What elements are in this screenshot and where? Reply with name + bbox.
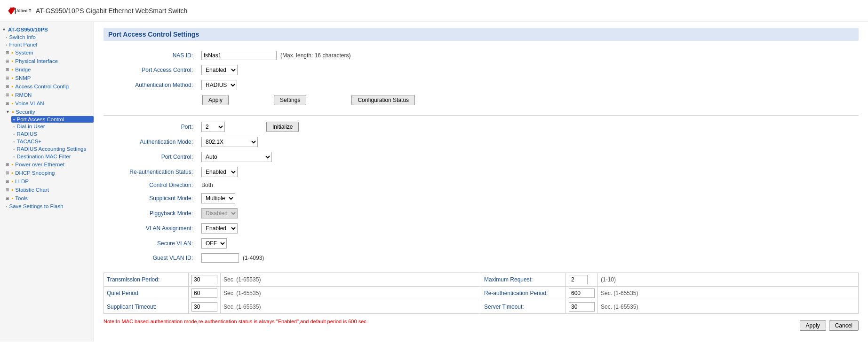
port-control-select[interactable]: Auto Force-Authorized Force-Unauthorized	[201, 152, 272, 162]
transmission-period-hint: Sec. (1-65535)	[221, 273, 481, 287]
sidebar-item-bridge[interactable]: ⊞ ▪ Bridge	[4, 65, 94, 74]
initialize-button[interactable]: Initialize	[266, 122, 299, 132]
page-icon: ▪	[6, 35, 8, 40]
expand-icon: ⊞	[6, 76, 9, 80]
nas-id-control: (Max. length: 16 characters)	[201, 51, 350, 60]
sidebar-item-port-access-control[interactable]: ▪ Port Access Control	[11, 116, 94, 123]
supplicant-timeout-input[interactable]	[191, 302, 217, 312]
supplicant-mode-select[interactable]: Multiple Single	[201, 193, 235, 203]
folder-icon: ▪	[11, 170, 13, 176]
physical-interface-link[interactable]: Physical Interface	[15, 58, 58, 64]
expand-icon: ⊞	[6, 59, 9, 63]
bottom-cancel-button[interactable]: Cancel	[829, 320, 859, 331]
quiet-period-input-cell	[189, 287, 221, 300]
sidebar-item-root[interactable]: ▼ AT-GS950/10PS	[0, 26, 94, 33]
sidebar-item-front-panel[interactable]: ▪ Front Panel	[4, 41, 94, 48]
top-apply-button[interactable]: Apply	[202, 95, 229, 105]
sidebar-item-voice-vlan[interactable]: ⊞ ▪ Voice VLAN	[4, 99, 94, 108]
max-request-input[interactable]	[569, 275, 588, 284]
bottom-action-bar: Apply Cancel	[800, 317, 859, 335]
statistic-chart-link[interactable]: Statistic Chart	[15, 187, 49, 193]
voice-vlan-link[interactable]: Voice VLAN	[15, 101, 44, 106]
dest-mac-filter-link[interactable]: Destination MAC Filter	[17, 154, 71, 159]
sidebar-item-security[interactable]: ▼ ▪ Security	[4, 108, 94, 116]
supplicant-timeout-hint: Sec. (1-65535)	[221, 300, 481, 314]
page-icon: ▪	[6, 204, 8, 209]
sidebar-item-dhcp-snooping[interactable]: ⊞ ▪ DHCP Snooping	[4, 169, 94, 177]
reauth-status-select[interactable]: Enabled Disabled	[201, 167, 238, 177]
sidebar-item-radius[interactable]: ▪ RADIUS	[11, 130, 94, 138]
snmp-link[interactable]: SNMP	[15, 75, 31, 81]
header: Allied Telesis AT-GS950/10PS Gigabit Eth…	[0, 0, 868, 22]
sidebar-item-save-settings[interactable]: ▪ Save Settings to Flash	[4, 203, 94, 210]
sidebar-item-switch-info[interactable]: ▪ Switch Info	[4, 33, 94, 41]
lldp-link[interactable]: LLDP	[15, 179, 29, 184]
access-control-config-link[interactable]: Access Control Config	[15, 84, 69, 89]
vlan-assignment-control: Enabled Disabled	[201, 223, 238, 234]
sidebar-item-tacacs[interactable]: ▪ TACACS+	[11, 138, 94, 145]
auth-method-select[interactable]: RADIUS Local	[201, 80, 237, 90]
config-status-button[interactable]: Configuration Status	[351, 95, 415, 105]
tacacs-link[interactable]: TACACS+	[17, 139, 42, 144]
sidebar-item-access-control-config[interactable]: ⊞ ▪ Access Control Config	[4, 82, 94, 91]
sidebar-item-rmon[interactable]: ⊞ ▪ RMON	[4, 91, 94, 99]
secure-vlan-select[interactable]: OFF ON	[201, 238, 227, 249]
folder-icon: ▪	[11, 195, 13, 202]
top-section: NAS ID: (Max. length: 16 characters) Por…	[104, 48, 859, 108]
front-panel-link[interactable]: Front Panel	[9, 42, 37, 47]
sidebar-item-dest-mac-filter[interactable]: ▪ Destination MAC Filter	[11, 153, 94, 160]
bridge-link[interactable]: Bridge	[15, 67, 31, 72]
port-access-control-select[interactable]: Enabled Disabled	[201, 65, 238, 75]
svg-text:Allied Telesis: Allied Telesis	[16, 8, 31, 13]
page-title: Port Access Control Settings	[108, 31, 854, 38]
server-timeout-input[interactable]	[569, 302, 595, 312]
rmon-link[interactable]: RMON	[15, 92, 32, 98]
sidebar-item-system[interactable]: ⊞ ▪ System	[4, 48, 94, 57]
piggyback-mode-control: Disabled Enabled	[201, 208, 238, 218]
radius-accounting-link[interactable]: RADIUS Accounting Settings	[17, 146, 87, 152]
auth-mode-select[interactable]: 802.1X MAC-based 802.1X or MAC-based 802…	[201, 137, 258, 147]
auth-method-label: Authentication Method:	[104, 82, 198, 88]
sidebar-item-physical-interface[interactable]: ⊞ ▪ Physical Interface	[4, 57, 94, 65]
section-divider	[104, 115, 859, 116]
vlan-assignment-select[interactable]: Enabled Disabled	[201, 223, 238, 234]
settings-button[interactable]: Settings	[274, 95, 306, 105]
quiet-period-input[interactable]	[191, 288, 217, 298]
sidebar-item-dial-in-user[interactable]: ▪ Dial-in User	[11, 123, 94, 130]
switch-info-link[interactable]: Switch Info	[9, 34, 36, 40]
transmission-period-input[interactable]	[191, 275, 217, 284]
supplicant-mode-control: Multiple Single	[201, 193, 235, 203]
guest-vlan-id-input[interactable]	[201, 253, 239, 263]
system-link[interactable]: System	[15, 50, 33, 55]
sidebar-group-main: ▪ Switch Info ▪ Front Panel ⊞ ▪ System ⊞…	[0, 33, 94, 210]
sidebar-item-tools[interactable]: ⊞ ▪ Tools	[4, 194, 94, 203]
dial-in-user-link[interactable]: Dial-in User	[17, 124, 45, 129]
svg-rect-2	[15, 8, 16, 14]
port-access-control-link[interactable]: Port Access Control	[17, 117, 64, 122]
dhcp-snooping-link[interactable]: DHCP Snooping	[15, 170, 55, 176]
port-select[interactable]: 2 1345678910	[201, 122, 225, 132]
expand-icon: ⊞	[6, 93, 9, 97]
save-settings-link[interactable]: Save Settings to Flash	[9, 203, 64, 209]
main-content: Port Access Control Settings NAS ID: (Ma…	[94, 22, 868, 342]
control-direction-row: Control Direction: Both	[104, 179, 859, 191]
sidebar-item-statistic-chart[interactable]: ⊞ ▪ Statistic Chart	[4, 186, 94, 194]
expand-icon: ⊞	[6, 196, 9, 201]
radius-link[interactable]: RADIUS	[17, 131, 37, 137]
poe-link[interactable]: Power over Ethernet	[15, 162, 64, 167]
sidebar-item-snmp[interactable]: ⊞ ▪ SNMP	[4, 74, 94, 82]
sidebar-item-lldp[interactable]: ⊞ ▪ LLDP	[4, 177, 94, 186]
port-control-row: Port Control: Auto Force-Authorized Forc…	[104, 149, 859, 164]
tools-link[interactable]: Tools	[15, 195, 28, 201]
sidebar-item-radius-accounting[interactable]: ▪ RADIUS Accounting Settings	[11, 145, 94, 153]
reauth-period-input[interactable]	[569, 288, 595, 298]
security-link[interactable]: Security	[16, 109, 35, 115]
sidebar-item-power-over-ethernet[interactable]: ⊞ ▪ Power over Ethernet	[4, 160, 94, 169]
nas-id-input[interactable]	[201, 51, 277, 60]
nas-id-hint: (Max. length: 16 characters)	[280, 52, 350, 59]
bottom-apply-button[interactable]: Apply	[800, 320, 826, 331]
expand-icon: ⊞	[6, 179, 9, 184]
vlan-assignment-row: VLAN Assignment: Enabled Disabled	[104, 221, 859, 236]
piggyback-mode-select[interactable]: Disabled Enabled	[201, 208, 238, 218]
control-direction-label: Control Direction:	[104, 182, 198, 188]
